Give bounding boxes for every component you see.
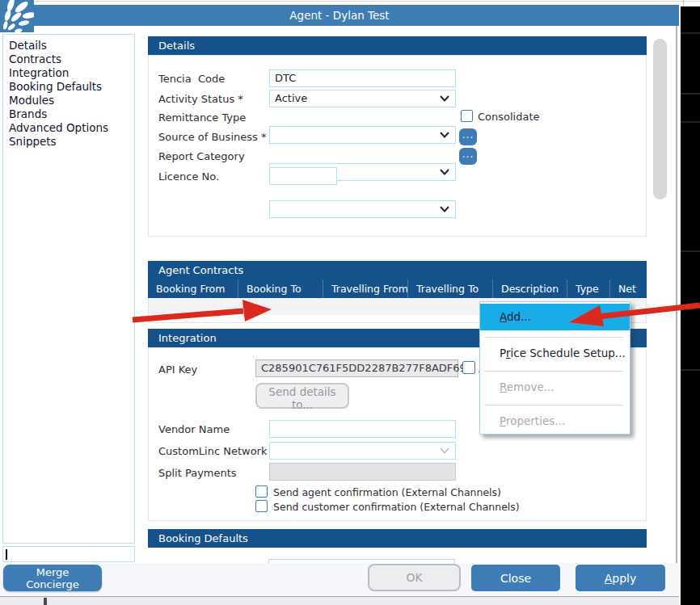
- source-of-business-label: Source of Business *: [158, 131, 266, 143]
- details-panel: Tencia Code DTC Activity Status * Active…: [148, 55, 647, 237]
- send-customer-confirmation-checkbox[interactable]: [255, 500, 268, 512]
- send-agent-confirmation-checkbox[interactable]: [255, 485, 268, 498]
- customlinc-network-dropdown[interactable]: [269, 442, 456, 460]
- report-category-label: Report Category: [158, 150, 245, 162]
- column-header-travelling-to[interactable]: Travelling To: [408, 279, 493, 298]
- chevron-down-icon: [440, 132, 449, 138]
- activity-status-label: Activity Status *: [158, 93, 243, 105]
- background-window-row-line: [681, 32, 700, 34]
- background-window: [681, 6, 700, 605]
- vendor-name-input[interactable]: [269, 420, 456, 438]
- dialog-title: Agent - Dylan Test: [289, 9, 389, 22]
- sidebar-item-details[interactable]: Details: [9, 39, 134, 53]
- ok-button[interactable]: OK: [368, 564, 461, 591]
- activity-status-value: Active: [275, 92, 307, 104]
- api-key-input[interactable]: C285901C761F5DD2287B277F8ADF69: [255, 359, 458, 377]
- column-header-type[interactable]: Type: [567, 279, 610, 298]
- sidebar-item-booking-defaults[interactable]: Booking Defaults: [9, 80, 134, 94]
- consolidate-checkbox[interactable]: [461, 110, 473, 122]
- send-customer-confirmation-label: Send customer confirmation (External Cha…: [273, 501, 520, 513]
- integration-section-title: Integration: [158, 332, 217, 344]
- app-logo: [0, 0, 34, 32]
- source-of-business-browse-button[interactable]: ...: [459, 128, 477, 145]
- column-header-booking-from[interactable]: Booking From: [148, 279, 238, 298]
- split-payments-label: Split Payments: [158, 467, 237, 479]
- chevron-down-icon: [440, 206, 449, 212]
- column-header-booking-to[interactable]: Booking To: [238, 279, 323, 298]
- merge-concierge-button[interactable]: Merge Concierge: [3, 565, 102, 591]
- column-header-travelling-from[interactable]: Travelling From: [323, 279, 408, 298]
- background-window-row-line: [681, 93, 700, 95]
- send-details-button[interactable]: Send details to...: [255, 383, 349, 409]
- right-window-top-border: [683, 0, 684, 6]
- vendor-name-label: Vendor Name: [158, 423, 230, 435]
- fan-logo-icon: [0, 0, 34, 32]
- contracts-context-menu: Add... Price Schedule Setup... Remove...…: [479, 301, 630, 435]
- sidebar-item-modules[interactable]: Modules: [9, 94, 134, 107]
- background-window-row-line: [681, 121, 700, 123]
- remittance-type-dropdown[interactable]: [269, 126, 456, 144]
- sidebar-nav: Details Contracts Integration Booking De…: [2, 34, 135, 544]
- report-category-dropdown[interactable]: [269, 200, 456, 218]
- window-bottom-edge: [0, 596, 679, 605]
- activity-status-dropdown[interactable]: Active: [269, 90, 456, 107]
- agent-dialog-window: Agent - Dylan Test Details Contracts Int…: [0, 0, 700, 605]
- sidebar-item-advanced-options[interactable]: Advanced Options: [9, 121, 134, 135]
- text-cursor: [6, 549, 7, 560]
- booking-defaults-panel-clipped: [148, 548, 647, 563]
- api-checkbox[interactable]: [462, 361, 475, 374]
- agent-contracts-table-header: Booking From Booking To Travelling From …: [148, 279, 647, 298]
- details-section-header: Details: [148, 36, 647, 55]
- sidebar-item-brands[interactable]: Brands: [9, 107, 134, 121]
- sidebar-filter-input[interactable]: [2, 546, 135, 562]
- window-top-border: [0, 1, 700, 2]
- bottom-edge-notch: [44, 598, 47, 605]
- column-header-net[interactable]: Net: [610, 279, 647, 298]
- menu-separator: [484, 405, 623, 405]
- send-agent-confirmation-label: Send agent confirmation (External Channe…: [273, 486, 501, 498]
- booking-defaults-section-header: Booking Defaults: [148, 529, 647, 548]
- vertical-scrollbar-track[interactable]: [652, 32, 668, 563]
- chevron-down-icon: [440, 447, 449, 454]
- background-window-row-line: [681, 369, 700, 371]
- split-payments-input[interactable]: [269, 463, 456, 481]
- chevron-down-icon: [440, 169, 449, 175]
- agent-contracts-title: Agent Contracts: [158, 264, 243, 276]
- sidebar-item-integration[interactable]: Integration: [9, 66, 134, 80]
- licence-no-input[interactable]: [269, 167, 337, 185]
- licence-no-label: Licence No.: [158, 170, 219, 183]
- menu-item-price-schedule-setup[interactable]: Price Schedule Setup...: [480, 340, 630, 367]
- agent-contracts-section-header: Agent Contracts: [148, 261, 647, 279]
- menu-separator: [484, 337, 623, 338]
- close-button[interactable]: Close: [471, 565, 560, 591]
- customlinc-network-label: CustomLinc Network: [158, 445, 267, 457]
- api-key-label: API Key: [158, 363, 197, 376]
- booking-defaults-title: Booking Defaults: [158, 532, 248, 544]
- menu-separator: [484, 371, 623, 372]
- report-category-browse-button[interactable]: ...: [459, 148, 477, 165]
- remittance-type-label: Remittance Type: [158, 111, 246, 124]
- menu-item-remove[interactable]: Remove...: [480, 374, 630, 401]
- consolidate-label: Consolidate: [478, 111, 540, 123]
- dialog-titlebar: Agent - Dylan Test: [0, 5, 679, 26]
- apply-button[interactable]: Apply: [576, 565, 665, 591]
- tencia-code-input[interactable]: DTC: [269, 69, 456, 87]
- sidebar-item-snippets[interactable]: Snippets: [9, 135, 134, 149]
- tencia-code-label: Tencia Code: [158, 73, 225, 85]
- vertical-scrollbar-thumb[interactable]: [653, 39, 667, 200]
- chevron-down-icon: [440, 95, 449, 102]
- sidebar-item-contracts[interactable]: Contracts: [9, 53, 134, 66]
- menu-item-properties[interactable]: Properties...: [480, 408, 630, 435]
- menu-item-add[interactable]: Add...: [480, 304, 630, 330]
- dialog-footer: Merge Concierge OK Close Apply: [0, 563, 679, 596]
- dialog-right-border: [676, 26, 677, 605]
- details-section-title: Details: [158, 40, 195, 52]
- column-header-description[interactable]: Description: [493, 279, 567, 298]
- background-window-row-line: [681, 250, 700, 252]
